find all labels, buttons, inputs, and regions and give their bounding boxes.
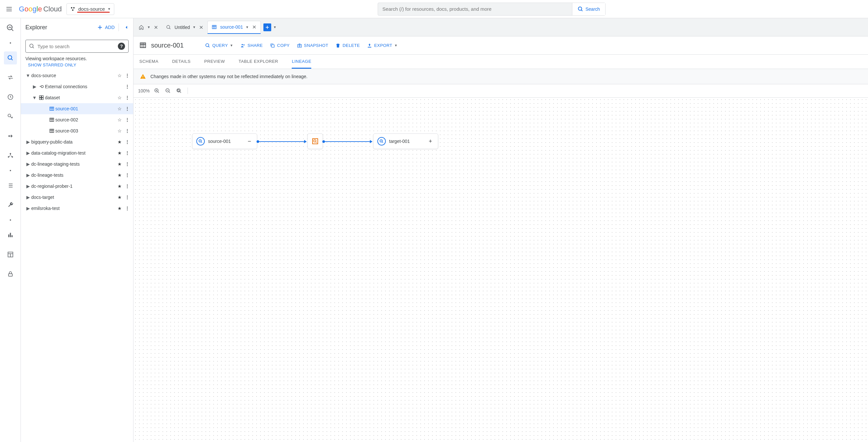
export-button[interactable]: EXPORT ▼ bbox=[367, 43, 398, 48]
chevron-right-icon[interactable]: ▶ bbox=[25, 161, 31, 167]
star-filled-icon[interactable]: ★ bbox=[115, 206, 124, 211]
chevron-right-icon[interactable]: ▶ bbox=[31, 84, 38, 89]
tree-table-source-002[interactable]: source-002 ☆ ⋮ bbox=[21, 114, 133, 125]
delete-button[interactable]: DELETE bbox=[335, 43, 360, 48]
more-icon[interactable]: ⋮ bbox=[124, 161, 130, 167]
tab-untitled[interactable]: Untitled ▼ bbox=[162, 21, 207, 34]
more-icon[interactable]: ⋮ bbox=[124, 206, 130, 211]
lineage-process-node[interactable] bbox=[307, 133, 323, 149]
star-filled-icon[interactable]: ★ bbox=[115, 139, 124, 145]
tree-project-other[interactable]: ▶ emilsroka-test ★ ⋮ bbox=[21, 203, 133, 214]
close-icon[interactable] bbox=[251, 24, 257, 30]
tree-project-other[interactable]: ▶ data-catalog-migration-test ★ ⋮ bbox=[21, 148, 133, 159]
new-tab-button[interactable] bbox=[264, 24, 271, 31]
new-tab-dropdown-icon[interactable]: ▼ bbox=[273, 25, 276, 29]
rail-list-icon[interactable] bbox=[4, 179, 17, 192]
tree-table-source-001[interactable]: source-001 ☆ ⋮ bbox=[21, 103, 133, 114]
lineage-node-target[interactable]: target-001 + bbox=[373, 133, 438, 149]
star-filled-icon[interactable]: ★ bbox=[115, 195, 124, 200]
more-icon[interactable]: ⋮ bbox=[124, 128, 130, 133]
more-icon[interactable]: ⋮ bbox=[124, 117, 130, 122]
explorer-search-input[interactable] bbox=[37, 43, 115, 49]
add-button[interactable]: ADD bbox=[97, 24, 115, 30]
subtab-schema[interactable]: SCHEMA bbox=[140, 55, 159, 69]
zoom-in-icon[interactable] bbox=[153, 87, 161, 95]
tree-project-other[interactable]: ▶ bigquery-public-data ★ ⋮ bbox=[21, 136, 133, 148]
star-outline-icon[interactable]: ☆ bbox=[115, 106, 124, 111]
expand-icon[interactable]: + bbox=[427, 138, 434, 145]
tree-project-other[interactable]: ▶ dc-lineage-tests ★ ⋮ bbox=[21, 169, 133, 181]
subtab-table-explorer[interactable]: TABLE EXPLORER bbox=[239, 55, 278, 69]
zoom-reset-icon[interactable] bbox=[175, 87, 183, 95]
chevron-right-icon[interactable]: ▶ bbox=[25, 172, 31, 178]
star-outline-icon[interactable]: ☆ bbox=[115, 73, 124, 78]
chevron-down-icon[interactable]: ▼ bbox=[246, 25, 249, 29]
more-icon[interactable]: ⋮ bbox=[124, 184, 130, 189]
rail-migration-icon[interactable] bbox=[4, 130, 17, 143]
rail-lock-icon[interactable] bbox=[4, 267, 17, 281]
chevron-right-icon[interactable]: ▶ bbox=[25, 184, 31, 189]
chevron-right-icon[interactable]: ▶ bbox=[25, 139, 31, 145]
collapse-panel-icon[interactable] bbox=[123, 24, 129, 30]
star-outline-icon[interactable]: ☆ bbox=[115, 128, 124, 133]
rail-transfers-icon[interactable] bbox=[4, 71, 17, 84]
subtab-preview[interactable]: PREVIEW bbox=[204, 55, 225, 69]
copy-button[interactable]: COPY bbox=[270, 43, 289, 48]
tab-source-001[interactable]: source-001 ▼ bbox=[207, 21, 261, 34]
tree-project[interactable]: ▼ docs-source ☆ ⋮ bbox=[21, 70, 133, 81]
rail-table-icon[interactable] bbox=[4, 248, 17, 261]
star-filled-icon[interactable]: ★ bbox=[115, 161, 124, 167]
more-icon[interactable]: ⋮ bbox=[124, 95, 130, 100]
tree-project-other[interactable]: ▶ docs-target ★ ⋮ bbox=[21, 192, 133, 203]
google-cloud-logo[interactable]: Google Cloud bbox=[19, 5, 62, 13]
search-input[interactable] bbox=[378, 6, 572, 12]
chevron-down-icon[interactable]: ▼ bbox=[192, 25, 196, 29]
star-filled-icon[interactable]: ★ bbox=[115, 150, 124, 156]
rail-scheduled-icon[interactable] bbox=[4, 91, 17, 103]
more-icon[interactable]: ⋮ bbox=[124, 172, 130, 178]
project-selector[interactable]: docs-source ▼ bbox=[66, 3, 115, 15]
close-icon[interactable] bbox=[153, 24, 159, 30]
chevron-down-icon[interactable]: ▼ bbox=[31, 95, 38, 100]
tree-project-other[interactable]: ▶ dc-lineage-staging-tests ★ ⋮ bbox=[21, 159, 133, 169]
more-icon[interactable]: ⋮ bbox=[124, 84, 130, 89]
collapse-icon[interactable]: − bbox=[246, 138, 253, 145]
chevron-right-icon[interactable]: ▶ bbox=[25, 195, 31, 200]
rail-wrench-icon[interactable] bbox=[4, 198, 17, 212]
share-button[interactable]: SHARE bbox=[240, 43, 263, 48]
chevron-right-icon[interactable]: ▶ bbox=[25, 150, 31, 156]
search-button[interactable]: Search bbox=[572, 3, 605, 15]
chevron-down-icon[interactable]: ▼ bbox=[25, 73, 31, 78]
zoom-out-icon[interactable] bbox=[164, 87, 172, 95]
subtab-details[interactable]: DETAILS bbox=[172, 55, 191, 69]
star-filled-icon[interactable]: ★ bbox=[115, 184, 124, 189]
chevron-down-icon[interactable]: ▼ bbox=[147, 25, 150, 29]
query-button[interactable]: QUERY ▼ bbox=[205, 43, 233, 48]
tab-home[interactable]: ▼ bbox=[135, 21, 162, 34]
more-icon[interactable]: ⋮ bbox=[124, 73, 130, 78]
rail-search-icon[interactable] bbox=[4, 52, 17, 64]
more-icon[interactable]: ⋮ bbox=[124, 106, 130, 111]
tree-project-other[interactable]: ▶ dc-regional-prober-1 ★ ⋮ bbox=[21, 181, 133, 192]
rail-bars-icon[interactable] bbox=[4, 228, 17, 242]
lineage-node-source[interactable]: source-001 − bbox=[192, 133, 257, 149]
rail-bigquery-icon[interactable] bbox=[4, 22, 17, 34]
chevron-right-icon[interactable]: ▶ bbox=[25, 206, 31, 211]
tree-dataset[interactable]: ▼ dataset ☆ ⋮ bbox=[21, 92, 133, 103]
more-icon[interactable]: ⋮ bbox=[124, 195, 130, 200]
hamburger-menu-icon[interactable] bbox=[4, 4, 14, 14]
lineage-canvas[interactable]: source-001 − target-001 bbox=[133, 98, 868, 442]
more-icon[interactable]: ⋮ bbox=[124, 139, 130, 145]
tree-external[interactable]: ▶ External connections ⋮ bbox=[21, 81, 133, 92]
more-icon[interactable]: ⋮ bbox=[124, 150, 130, 156]
subtab-lineage[interactable]: LINEAGE bbox=[292, 55, 311, 69]
tree-table-source-003[interactable]: source-003 ☆ ⋮ bbox=[21, 125, 133, 136]
rail-analytics-icon[interactable] bbox=[4, 110, 17, 123]
rail-share-icon[interactable] bbox=[4, 149, 17, 162]
star-filled-icon[interactable]: ★ bbox=[115, 172, 124, 178]
help-icon[interactable]: ? bbox=[118, 43, 125, 50]
snapshot-button[interactable]: SNAPSHOT bbox=[297, 43, 329, 48]
show-starred-link[interactable]: SHOW STARRED ONLY bbox=[21, 62, 133, 70]
star-outline-icon[interactable]: ☆ bbox=[115, 95, 124, 100]
star-outline-icon[interactable]: ☆ bbox=[115, 117, 124, 122]
